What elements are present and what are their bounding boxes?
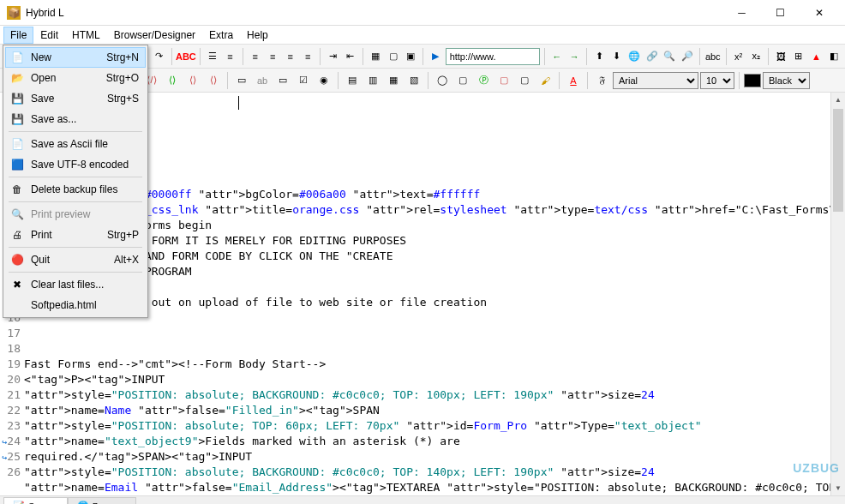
url-input[interactable] [446, 48, 540, 65]
ascii-icon: 📄 [9, 137, 26, 151]
menu-item-save-as-ascii-file[interactable]: 📄Save as Ascii file [5, 134, 146, 154]
clear-icon: ✖ [9, 278, 26, 291]
circ2-icon[interactable]: Ⓟ [474, 71, 493, 90]
circ1-icon[interactable]: ◯ [433, 71, 452, 90]
tool-b-icon[interactable]: ▢ [385, 47, 400, 66]
char-icon[interactable]: ▲ [808, 47, 824, 66]
font-color-icon[interactable]: A [564, 71, 583, 90]
abc-icon[interactable]: abc [704, 47, 722, 66]
scroll-down-icon[interactable]: ▼ [831, 481, 845, 495]
separator [726, 48, 727, 65]
form3-icon[interactable]: ▦ [384, 71, 403, 90]
menu-extra[interactable]: Extra [202, 27, 240, 44]
tab-browser[interactable]: 🌐Browser [68, 497, 136, 504]
form1-icon[interactable]: ▤ [343, 71, 362, 90]
indent-icon[interactable]: ⇥ [325, 47, 340, 66]
spellcheck-icon[interactable]: ABC [177, 47, 195, 66]
separator [428, 72, 428, 89]
color-select[interactable]: Black [763, 72, 810, 89]
utf8-icon: 🟦 [9, 158, 26, 171]
scroll-up-icon[interactable]: ▲ [831, 93, 845, 107]
globe-icon[interactable]: 🌐 [626, 47, 642, 66]
color-swatch[interactable] [744, 74, 761, 87]
separator [699, 48, 700, 65]
tag4-icon[interactable]: ⟨⟩ [183, 71, 202, 90]
menu-separator [9, 131, 142, 132]
menu-item-delete-backup-files[interactable]: 🗑Delete backup files [5, 179, 146, 200]
font-icon[interactable]: 𝔉 [592, 71, 611, 90]
separator [320, 48, 321, 65]
font-family-select[interactable]: Arial [613, 72, 698, 89]
separator [739, 72, 740, 89]
menu-item-softpedia-html[interactable]: Softpedia.html [5, 295, 146, 315]
vertical-scrollbar[interactable]: ▲ ▼ [830, 93, 845, 495]
menu-item-label: Save as... [26, 113, 142, 125]
sub-icon[interactable]: x₂ [748, 47, 764, 66]
redo-icon[interactable]: ↷ [152, 47, 167, 66]
brush-icon[interactable]: 🖌 [536, 71, 554, 90]
quit-icon: 🔴 [9, 253, 26, 267]
menu-item-quit[interactable]: 🔴QuitAlt+X [5, 249, 146, 270]
separator [422, 48, 423, 65]
list-ul-icon[interactable]: ☰ [205, 47, 220, 66]
menu-item-save-as-[interactable]: 💾Save as... [5, 109, 146, 129]
menu-item-open[interactable]: 📂OpenStrg+O [5, 68, 146, 88]
form2-icon[interactable]: ▥ [363, 71, 382, 90]
zoom-icon[interactable]: 🔎 [680, 47, 695, 66]
browser-icon[interactable]: ▶ [428, 47, 443, 66]
menu-item-label: Softpedia.html [26, 299, 142, 311]
menu-item-label: Open [26, 72, 106, 84]
menu-item-print[interactable]: 🖨PrintStrg+P [5, 225, 146, 245]
align-center-icon[interactable]: ≡ [265, 47, 280, 66]
tag3-icon[interactable]: ⟨⟩ [163, 71, 182, 90]
back-icon[interactable]: ← [548, 47, 564, 66]
menu-html[interactable]: HTML [65, 27, 107, 44]
close-button[interactable]: ✕ [800, 0, 838, 26]
align-right-icon[interactable]: ≡ [282, 47, 297, 66]
separator [200, 48, 201, 65]
menu-item-new[interactable]: 📄NewStrg+N [5, 47, 146, 68]
separator [559, 72, 560, 89]
box8-icon[interactable]: ▢ [515, 71, 534, 90]
menu-help[interactable]: Help [240, 27, 275, 44]
tool-c-icon[interactable]: ▣ [403, 47, 418, 66]
box2-icon[interactable]: ab [253, 71, 272, 90]
download-icon[interactable]: ⬇ [609, 47, 625, 66]
img-icon[interactable]: 🖼 [773, 47, 788, 66]
align-left-icon[interactable]: ≡ [247, 47, 262, 66]
new-icon: 📄 [9, 51, 26, 64]
menu-item-save-utf-8-encoded[interactable]: 🟦Save UTF-8 encoded [5, 154, 146, 175]
list-ol-icon[interactable]: ≡ [222, 47, 237, 66]
align-justify-icon[interactable]: ≡ [300, 47, 315, 66]
box3-icon[interactable]: ▭ [273, 71, 292, 90]
box5-icon[interactable]: ◉ [315, 71, 333, 90]
forward-icon[interactable]: → [566, 47, 582, 66]
preview-icon: 🔍 [9, 207, 26, 221]
menu-edit[interactable]: Edit [33, 27, 65, 44]
grid-icon[interactable]: ⊞ [791, 47, 806, 66]
search-icon[interactable]: 🔍 [662, 47, 677, 66]
menu-browser-designer[interactable]: Browser/Designer [107, 27, 202, 44]
tag5-icon[interactable]: ⟨⟩ [204, 71, 223, 90]
link-icon[interactable]: 🔗 [644, 47, 660, 66]
minimize-button[interactable]: ─ [722, 0, 761, 26]
outdent-icon[interactable]: ⇤ [343, 47, 358, 66]
box1-icon[interactable]: ▭ [232, 71, 251, 90]
box7-icon[interactable]: ▢ [494, 71, 513, 90]
box6-icon[interactable]: ▢ [453, 71, 472, 90]
menu-file[interactable]: File [3, 27, 33, 44]
font-size-select[interactable]: 10 [700, 72, 734, 89]
sup-icon[interactable]: x² [730, 47, 746, 66]
form4-icon[interactable]: ▧ [405, 71, 423, 90]
separator [363, 48, 363, 65]
menu-item-clear-last-files-[interactable]: ✖Clear last files... [5, 274, 146, 295]
upload-icon[interactable]: ⬆ [591, 47, 607, 66]
box4-icon[interactable]: ☑ [294, 71, 313, 90]
misc-icon[interactable]: ◧ [826, 47, 842, 66]
tool-a-icon[interactable]: ▦ [368, 47, 383, 66]
bottom-tabbar: 📝Source 🌐Browser [0, 495, 845, 504]
menu-item-save[interactable]: 💾SaveStrg+S [5, 88, 146, 109]
tab-source[interactable]: 📝Source [3, 497, 68, 504]
scroll-thumb[interactable] [833, 109, 843, 212]
maximize-button[interactable]: ☐ [761, 0, 800, 26]
